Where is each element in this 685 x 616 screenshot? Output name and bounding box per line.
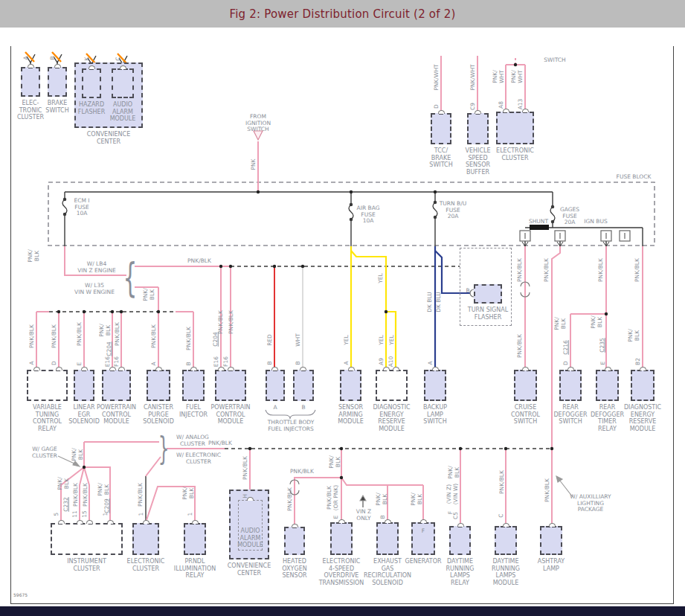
pin-bump [522,367,529,370]
pin-bump [56,367,62,370]
pin-bump [300,367,306,370]
pin-bump [432,367,439,370]
wire-label: THROTTLE BODY FUEL INJECTORS [268,420,315,432]
wire-label: ECM I FUSE 10A [74,198,89,217]
pin-bump [155,367,162,370]
wire-label: PNK/BLK [544,258,550,282]
powertrain-control-module-2-label: POWERTRAIN CONTROL MODULE [196,404,266,426]
yellow-wires [351,246,396,370]
wire-label: C9 [470,103,477,110]
wire-label: K [84,57,91,61]
wire-label: YEL [389,335,396,345]
exhaust-gas-recirculation-solenoid [376,522,399,555]
wire-label: 11 [72,510,79,518]
pin-bump [86,520,93,524]
wire-label: A [29,361,36,365]
wire-label: PNK/BLK [598,258,605,282]
fuse-symbols [62,198,555,222]
pin-bump [118,367,125,370]
wire-label: PNK/BLK [51,324,58,348]
wire-label: PNK/ BLK [99,324,112,337]
wire-label: PNK/ BLK [591,315,603,329]
linear-egr-solenoid [74,370,94,401]
wire-label: IGN BUS [584,219,607,225]
wire-label: C5 [453,512,460,519]
pin-bump [567,367,574,370]
brace-symbol: { [123,275,138,282]
bottom-bar [0,606,685,616]
heated-oxygen-sensor [284,527,305,555]
shunt-bar [530,225,549,230]
pin-bump [33,367,40,370]
wire-label: W/ LB4 VIN Z ENGINE [77,261,116,274]
variable-tuning-control-relay [27,370,68,401]
wire-label: A8 [498,101,505,109]
pin-bump [549,523,556,527]
wire-label: PNK/ BLK [57,477,70,490]
wire-label: A13 [518,99,524,110]
wire-label: PNK/ WHT [511,70,524,83]
wire-label: PNK/BLK [208,440,232,447]
pin-bump [503,523,509,527]
wire-label: B [186,362,193,365]
pin-bump [385,519,391,523]
canister-purge-solenoid [147,370,170,401]
wire-label: FUSE BLOCK [617,174,652,181]
wire-label: C232 [63,497,70,512]
wire-label: F16 [223,356,230,367]
page-border-bottom [10,603,674,604]
pin-bump [522,109,529,112]
prndl-illumination-relay [184,523,206,555]
daytime-running-lamps-module [495,526,517,555]
ign-bus-taps [520,231,630,241]
page-border-left [10,46,11,604]
wire-label: PNK/BLK [83,483,89,507]
hazard-flasher [82,68,101,98]
wire-label: PNK/BLK [77,322,83,346]
pin-bump [192,520,199,524]
wire-label: DK BLU [436,292,443,312]
wire-label: PNK/ BLK [182,487,195,500]
wire-label: YEL [344,335,350,345]
wire-label: PNK/BLK [115,322,121,346]
wire-label: PNK/ WHT [492,70,505,83]
wire-label: PNK/WHT [434,64,440,90]
wire-label: PNK/ BLK [376,493,388,506]
pin-bump [109,367,116,370]
wire-label: A [151,362,158,365]
wire-label: B [380,515,387,519]
wire-label: (VIN Z) (VIN W) [446,484,459,505]
wire-label: A [23,56,30,60]
wire-label: F16 [114,356,120,367]
wire-label: PNK/ BLK [329,455,341,469]
wire-label: PNK/BLK [544,478,551,502]
wire-label: PNK/ BLK [411,493,423,506]
page-border-right [673,46,674,604]
electronic-cluster-topright-label: ELECTRONIC CLUSTER [480,147,550,161]
wire-label: C [115,57,122,60]
wire-label: 5 [54,513,60,516]
throttle-body-brace [266,410,315,419]
wire-label: PNK/BLK [634,258,641,282]
diagram-code: 59675 [13,592,28,597]
wire-label: PNK/BLK [517,258,524,282]
orange-switch-symbols [25,52,126,63]
wire-label: PNK/ BLK [448,466,460,479]
wire-label: PNK/ BLK [28,249,40,263]
wire-label: DK BLU [427,292,434,312]
wire-label: C216 [563,340,570,355]
throttle-body-injector-b [293,370,314,401]
pin-bump [143,520,149,524]
wire-label: SHUNT [529,219,548,225]
sensor-arming-module [340,370,361,401]
wire-label: PNK/ BLK [628,329,640,342]
pin-bump [89,65,95,69]
wire-label: PNK/BLK [242,456,249,480]
wire-label: 1 [103,513,109,516]
wire-label: YEL [379,335,385,345]
pin-bump [640,367,646,370]
pin-bump [247,497,254,501]
wire-label: F [422,528,425,535]
pin-bump [292,524,298,527]
wire-label: PNK/ BLK [97,483,110,496]
